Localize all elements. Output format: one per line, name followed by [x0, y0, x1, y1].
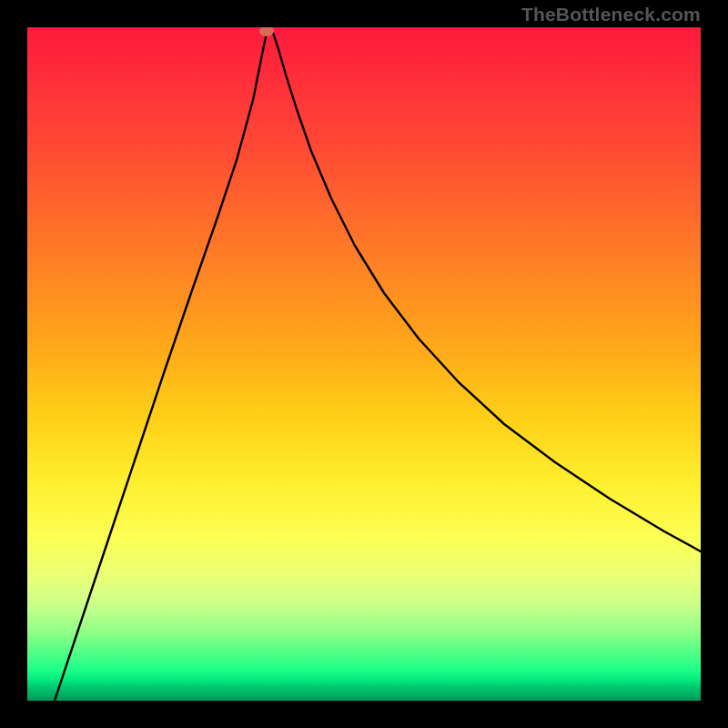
plot-area	[27, 27, 701, 701]
curve-svg	[27, 27, 701, 701]
bottleneck-curve	[55, 29, 701, 701]
watermark-text: TheBottleneck.com	[521, 4, 701, 25]
curve-group	[55, 27, 701, 701]
optimal-point-marker	[259, 27, 274, 36]
chart-frame: TheBottleneck.com	[0, 0, 728, 728]
